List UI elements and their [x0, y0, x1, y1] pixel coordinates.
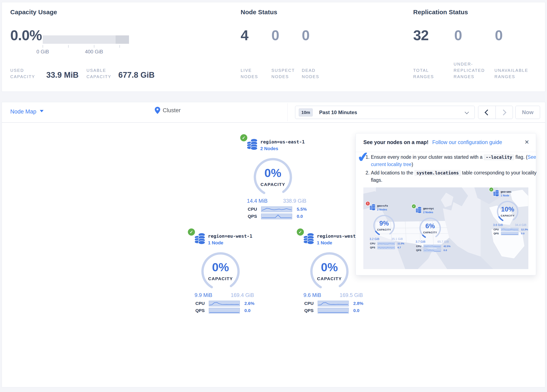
axis-tick: [120, 45, 120, 48]
node-card-geo-sfo[interactable]: 1 geo=sfo 2 Nodes 9% CAPACITY 3.2 GiB 35…: [367, 202, 403, 251]
configuration-guide-link[interactable]: Follow our configuration guide: [432, 139, 502, 145]
cpu-label: CPU: [248, 207, 261, 212]
node-card-geo-ams[interactable]: ✓ geo=ams 1 Node 10% CAPACITY 3.6 GiB 34…: [490, 188, 526, 237]
node-locality-label: geo=nyc: [423, 207, 434, 210]
qps-sparkline: [424, 248, 441, 252]
used-capacity-label: USED CAPACITY: [10, 67, 42, 80]
used-value: 9.6 MiB: [303, 292, 321, 298]
cpu-label: CPU: [494, 228, 501, 231]
step-done-check-icon: ✔: [357, 149, 369, 165]
node-count-link[interactable]: 2 Nodes: [260, 146, 278, 151]
qps-label: QPS: [416, 249, 424, 252]
database-icon: [303, 232, 314, 245]
toolbar-divider: [287, 103, 287, 121]
live-nodes-count: 4: [241, 27, 248, 43]
node-map-setup-popup: See your nodes on a map! Follow our conf…: [356, 133, 536, 275]
usable-capacity-value: 677.8 GiB: [118, 71, 155, 80]
healthy-check-badge: ✓: [412, 204, 416, 208]
breadcrumb-label: Cluster: [163, 107, 181, 114]
capacity-percent: 10%: [495, 206, 520, 213]
axis-tick: [68, 45, 68, 48]
database-icon: [493, 190, 499, 197]
time-range-dropdown[interactable]: 10m Past 10 Minutes: [295, 106, 475, 119]
node-status-title: Node Status: [241, 9, 277, 16]
used-capacity-value: 33.9 MiB: [46, 71, 79, 80]
cluster-overview-page: Capacity Usage 0.0% 0 GiB 400 GiB USED C…: [0, 0, 547, 392]
node-locality-label: region=eu-west-1: [208, 234, 252, 239]
node-card-eu-west-1[interactable]: ✓ region=eu-west-1 1 Node 0% CAPACITY 9.…: [189, 230, 254, 316]
chevron-left-icon: [485, 109, 491, 115]
caret-down-icon: [40, 110, 44, 112]
capacity-caption: CAPACITY: [418, 231, 443, 234]
breadcrumb[interactable]: Cluster: [155, 107, 181, 114]
capacity-gauge: 0% CAPACITY: [308, 249, 351, 293]
node-locality-label: region=us-west-1: [317, 234, 361, 239]
live-nodes-label: LIVE NODES: [241, 67, 264, 80]
node-count-link[interactable]: 2 Nodes: [423, 211, 433, 214]
capacity-caption: CAPACITY: [308, 276, 351, 281]
node-locality-label: geo=sfo: [377, 204, 388, 207]
healthy-check-badge: ✓: [240, 134, 247, 141]
cpu-value: 12.3%: [521, 228, 528, 231]
used-value: 3.6 GiB: [493, 223, 503, 227]
qps-value: 4.7: [397, 246, 401, 249]
capacity-gauge: 0% CAPACITY: [198, 249, 242, 293]
capacity-value: 65.7 GiB: [438, 240, 449, 243]
capacity-value: 169.4 GiB: [231, 292, 254, 298]
suspect-nodes-count: 0: [271, 27, 279, 43]
qps-label: QPS: [304, 308, 318, 313]
axis-tick-label: 0 GiB: [30, 49, 55, 55]
cpu-sparkline: [378, 242, 395, 245]
cpu-label: CPU: [304, 301, 318, 306]
node-count-link[interactable]: 1 Node: [500, 194, 509, 197]
cpu-sparkline: [424, 245, 441, 248]
setup-step-1: Ensure every node in your cluster was st…: [371, 153, 537, 168]
close-icon[interactable]: ✕: [524, 139, 529, 145]
node-card-geo-nyc[interactable]: ✓ geo=nyc 2 Nodes 6% CAPACITY 3.7 GiB 65…: [413, 205, 449, 253]
capacity-percent: 0%: [251, 166, 295, 180]
time-nav-arrows: [478, 106, 513, 119]
node-map-canvas: ✓ region=us-east-1 2 Nodes 0% CAPACITY 1…: [2, 123, 545, 387]
node-card-us-east-1[interactable]: ✓ region=us-east-1 2 Nodes 0% CAPACITY 1…: [241, 136, 306, 222]
capacity-caption: CAPACITY: [198, 276, 242, 281]
total-ranges-count: 32: [413, 27, 429, 43]
now-button[interactable]: Now: [515, 106, 540, 119]
capacity-usage-percent: 0.0%: [10, 27, 42, 43]
capacity-percent: 0%: [198, 260, 242, 274]
healthy-check-badge: ✓: [489, 188, 493, 192]
healthy-check-badge: ✓: [188, 228, 195, 236]
time-range-badge: 10m: [299, 108, 313, 117]
node-locality-label: geo=ams: [500, 190, 511, 193]
view-selector-dropdown[interactable]: Node Map: [10, 109, 44, 115]
used-value: 3.2 GiB: [370, 237, 379, 241]
unavailable-count: 0: [495, 27, 503, 43]
code-snippet: system.locations: [414, 170, 460, 176]
cpu-value: 42.5%: [444, 245, 451, 248]
qps-value: 0.0: [353, 308, 359, 313]
node-count-link[interactable]: 2 Nodes: [377, 208, 387, 211]
unavailable-label: UNAVAILABLE RANGES: [494, 67, 534, 80]
node-count-link[interactable]: 1 Node: [208, 240, 223, 246]
capacity-value: 338.9 GiB: [283, 198, 306, 204]
map-preview: 1 geo=sfo 2 Nodes 9% CAPACITY 3.2 GiB 35…: [363, 187, 528, 269]
used-value: 14.4 MiB: [247, 198, 268, 204]
map-pin-icon: [155, 107, 160, 114]
cpu-label: CPU: [195, 301, 209, 306]
time-range-label: Past 10 Minutes: [319, 110, 357, 115]
qps-value: 0.0: [297, 214, 303, 219]
capacity-usage-bar: [43, 35, 129, 44]
axis-tick-label: 400 GiB: [82, 49, 107, 55]
popup-title: See your nodes on a map!: [363, 139, 429, 145]
database-icon: [194, 232, 205, 245]
qps-label: QPS: [494, 232, 501, 235]
qps-label: QPS: [248, 214, 261, 219]
node-card-us-west-1[interactable]: ✓ region=us-west-1 1 Node 0% CAPACITY 9.…: [298, 230, 363, 316]
setup-step-2: Add locations to the system.locations ta…: [371, 169, 537, 184]
suspect-nodes-label: SUSPECT NODES: [271, 67, 297, 80]
time-forward-button[interactable]: [495, 106, 513, 119]
time-back-button[interactable]: [478, 106, 495, 119]
qps-sparkline: [318, 308, 349, 313]
node-count-link[interactable]: 1 Node: [317, 240, 332, 246]
database-icon: [415, 206, 422, 214]
used-value: 9.9 MiB: [195, 292, 212, 298]
